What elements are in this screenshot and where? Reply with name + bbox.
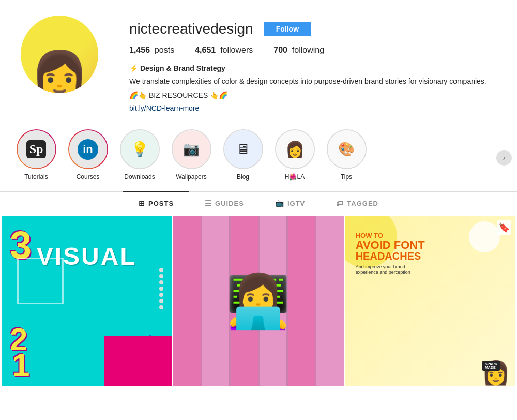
wallpapers-label: Wallpapers [176,173,207,181]
post-item-2[interactable]: 👩‍💻 👩 [173,216,343,386]
username: nictecreativedesign [129,21,253,37]
wallpapers-icon-bg: 📷 [173,130,210,168]
post-item-3[interactable]: HOW TO AVOID FONT HEADACHES And improve … [345,216,515,386]
profile-section: 👩 nictecreativedesign Follow 1,456 posts… [0,0,517,124]
tagged-tab-label: TAGGED [347,200,378,207]
following-count: 700 [273,46,287,54]
lightning-icon: ⚡ [129,64,138,72]
highlight-circle-hola: 👩 [275,129,315,169]
pearl-decoration [156,268,166,330]
hola-icon-bg: 👩 [276,130,314,168]
hola-label: H🌺LA [285,173,305,181]
courses-label: Courses [77,173,100,181]
post-visual-1: 3 VISUAL 2 1 🖌️ [2,216,172,386]
spark-badge: SPARKMADE [482,361,500,371]
blog-label: Blog [237,173,249,181]
highlight-circle-blog: 🖥 [223,129,263,169]
posts-grid: 3 VISUAL 2 1 🖌️ [0,215,517,388]
followers-count: 4,651 [195,46,216,54]
post1-square-accent [17,258,64,304]
tab-posts[interactable]: ⊞ POSTS [123,191,189,215]
highlights-section: Sp Tutorials in Courses 💡 Downloads 📷 Wa… [0,124,517,191]
highlight-downloads[interactable]: 💡 Downloads [119,129,160,181]
post-item-1[interactable]: 3 VISUAL 2 1 🖌️ [2,216,172,386]
highlight-circle-tutorials: Sp [17,129,56,169]
sp-icon: Sp [26,140,47,158]
igtv-tab-label: IGTV [287,200,305,207]
guides-tab-icon: ☰ [205,199,212,207]
bulb-icon: 💡 [131,141,149,158]
avatar: 👩 [21,16,98,93]
tips-icon-bg: 🎨 [328,130,366,168]
posts-label: posts [155,46,174,54]
profile-top: nictecreativedesign Follow [129,21,496,37]
profile-info: nictecreativedesign Follow 1,456 posts 4… [129,16,496,114]
person-icon: 👩 [285,140,305,158]
posts-stat: 1,456 posts [129,46,174,55]
highlight-tutorials[interactable]: Sp Tutorials [16,129,57,181]
post3-headaches: HEADACHES [356,251,479,261]
linkedin-icon: in [78,139,98,160]
post3-text: HOW TO AVOID FONT HEADACHES And improve … [356,232,479,275]
bookmark-icon: 🔖 [498,222,510,233]
tips-label: Tips [341,173,352,181]
posts-tab-label: POSTS [148,200,174,207]
downloads-icon-bg: 💡 [121,130,159,168]
post3-improve: And improve your brandexperience and per… [356,264,479,275]
highlight-circle-wallpapers: 📷 [172,129,211,169]
post3-save-icon-wrapper: 🔖 [497,220,511,235]
post1-number1: 1 [12,349,29,381]
post2-person-wrapper: 👩‍💻 👩 [173,216,343,386]
monitor-icon: 🖥 [236,141,250,157]
chevron-right-icon: › [503,154,506,162]
stats-row: 1,456 posts 4,651 followers 700 followin… [129,46,496,55]
camera-icon: 📷 [183,141,200,157]
post-font-3: HOW TO AVOID FONT HEADACHES And improve … [345,216,515,386]
post-photo-2: 👩‍💻 👩 [173,216,343,386]
palette-icon: 🎨 [338,141,355,157]
highlight-courses[interactable]: in Courses [67,129,109,181]
bio-biz: 🌈👆 BIZ RESOURCES 👆🌈 [129,90,496,101]
save-badge: 🔖 [497,220,511,235]
courses-icon-bg: in [69,130,107,168]
tab-bar: ⊞ POSTS ☰ GUIDES 📺 IGTV 🏷 TAGGED [0,191,517,215]
tutorials-icon-bg: Sp [18,130,55,168]
highlight-hola[interactable]: 👩 H🌺LA [274,129,315,181]
tab-guides[interactable]: ☰ GUIDES [189,191,260,215]
guides-tab-label: GUIDES [215,200,244,207]
tab-tagged[interactable]: 🏷 TAGGED [321,191,394,215]
bio-link[interactable]: bit.ly/NCD-learn-more [129,104,199,112]
highlight-tips[interactable]: 🎨 Tips [326,129,367,181]
following-label: following [292,46,324,54]
posts-tab-icon: ⊞ [139,199,145,207]
tab-igtv[interactable]: 📺 IGTV [260,191,321,215]
bio-section: ⚡ Design & Brand Strategy We translate c… [129,63,496,114]
highlight-wallpapers[interactable]: 📷 Wallpapers [171,129,212,181]
followers-stat: 4,651 followers [195,46,253,55]
downloads-label: Downloads [124,173,155,181]
followers-label: followers [220,46,253,54]
posts-count: 1,456 [129,46,150,54]
blog-icon-bg: 🖥 [224,130,262,168]
bio-text: We translate complexities of color & des… [129,76,496,87]
igtv-tab-icon: 📺 [275,199,284,207]
highlight-circle-tips: 🎨 [327,129,367,169]
highlight-blog[interactable]: 🖥 Blog [222,129,264,181]
post1-magenta-accent [104,336,172,387]
following-stat: 700 following [273,46,324,55]
post3-avoid: AVOID FONT [356,239,479,251]
tagged-tab-icon: 🏷 [336,199,344,207]
tutorials-label: Tutorials [24,173,48,181]
post2-person-emoji: 👩‍💻 [226,271,291,332]
avatar-image: 👩 [31,52,88,93]
bio-name: ⚡ Design & Brand Strategy [129,63,496,74]
follow-button[interactable]: Follow [264,22,311,36]
highlight-circle-courses: in [68,129,108,169]
highlights-scroll-right[interactable]: › [496,150,512,166]
highlight-circle-downloads: 💡 [120,129,160,169]
